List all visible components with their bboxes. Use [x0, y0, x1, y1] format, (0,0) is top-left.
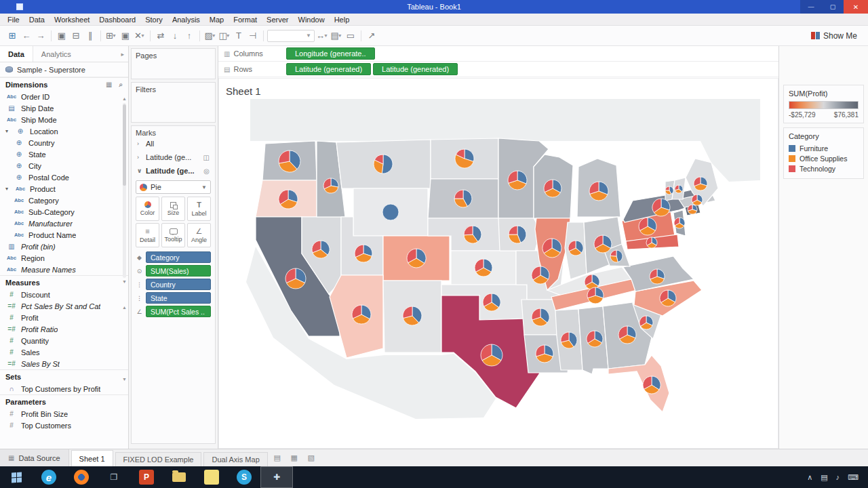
measure-pct-sales-by-st-and-cat[interactable]: =#Pct Sales By St and Cat — [0, 300, 128, 312]
chevron-icon[interactable]: › — [137, 140, 142, 147]
dimension-product[interactable]: ▾AbcProduct — [0, 183, 128, 195]
pie-NH[interactable] — [675, 185, 683, 193]
size-button[interactable]: Size — [161, 197, 185, 221]
swap-axes-icon[interactable]: ⇄ — [154, 29, 167, 43]
pill-state[interactable]: State — [146, 292, 211, 304]
maximize-button[interactable]: ▢ — [822, 0, 844, 14]
scroll-down-icon[interactable]: ▼ — [122, 279, 127, 284]
pie-MO[interactable] — [532, 266, 549, 284]
pie-TX[interactable] — [481, 344, 502, 366]
pie-MI[interactable] — [589, 182, 608, 201]
new-worksheet-icon[interactable]: ⊞▼ — [104, 29, 118, 43]
duplicate-sheet-icon[interactable]: ▣ — [119, 29, 132, 43]
pie-WI[interactable] — [544, 180, 561, 197]
color-button[interactable]: Color — [136, 197, 159, 221]
pill-sum-sales[interactable]: SUM(Sales) — [146, 265, 211, 277]
marks-layer-latitude-ge[interactable]: ›Latitude (ge...◫ — [136, 150, 211, 164]
expander-icon[interactable]: ▾ — [5, 186, 11, 192]
measure-sales[interactable]: #Sales — [0, 346, 128, 358]
find-field-icon[interactable]: ⌕ — [115, 81, 123, 89]
measure-profit[interactable]: #Profit — [0, 312, 128, 323]
menu-dashboard[interactable]: Dashboard — [94, 16, 140, 24]
show-mark-labels-icon[interactable]: T — [232, 29, 245, 43]
pie-NE[interactable] — [464, 226, 481, 243]
expander-icon[interactable]: ▾ — [5, 128, 11, 134]
menu-format[interactable]: Format — [229, 16, 262, 24]
measure-discount[interactable]: #Discount — [0, 289, 128, 300]
show-me-button[interactable]: Show Me — [806, 30, 863, 42]
dimension-measure-names[interactable]: AbcMeasure Names — [0, 264, 128, 275]
legend-item-office-supplies[interactable]: Office Supplies — [789, 154, 859, 163]
legend-item-furniture[interactable]: Furniture — [789, 144, 859, 153]
dimension-manufacturer[interactable]: AbcManufacturer — [0, 218, 128, 229]
pie-IA[interactable] — [509, 226, 526, 243]
pie-WA[interactable] — [279, 150, 300, 172]
angle-button[interactable]: ∠Angle — [187, 223, 211, 247]
scroll-up-icon[interactable]: ▲ — [122, 96, 127, 101]
undo-icon[interactable]: ← — [20, 29, 33, 43]
tableau-taskbar-icon[interactable]: ✚ — [260, 466, 293, 488]
columns-shelf[interactable]: ▥ Columns Longitude (generate.. — [218, 46, 778, 62]
add-datasource-icon[interactable]: ⊟ — [69, 29, 83, 43]
pie-KY[interactable] — [585, 274, 599, 289]
dimension-product-name[interactable]: AbcProduct Name — [0, 229, 128, 241]
dimension-postal-code[interactable]: ⊕Postal Code — [0, 171, 128, 183]
clear-sheet-icon[interactable]: ✕▼ — [133, 29, 146, 43]
pie-ND[interactable] — [455, 149, 474, 168]
pie-WY[interactable] — [382, 204, 399, 220]
sticky-notes-icon[interactable] — [195, 466, 228, 488]
measure-sales-by-st[interactable]: =#Sales By St — [0, 358, 128, 369]
dimension-state[interactable]: ⊕State — [0, 148, 128, 160]
pie-AR[interactable] — [532, 308, 549, 326]
save-icon[interactable]: ▣ — [55, 29, 68, 43]
pie-ME[interactable] — [694, 177, 707, 190]
new-story-button[interactable]: ▧ — [304, 451, 319, 465]
chevron-icon[interactable]: › — [137, 154, 142, 161]
tab-data[interactable]: Data — [0, 46, 33, 62]
menu-story[interactable]: Story — [140, 16, 167, 24]
pie-AZ[interactable] — [352, 305, 371, 324]
fit-width-icon[interactable]: ↔▼ — [315, 29, 329, 43]
dimension-sub-category[interactable]: AbcSub-Category — [0, 206, 128, 218]
pie-CO[interactable] — [407, 249, 426, 268]
pie-VT[interactable] — [665, 186, 673, 195]
sheet-canvas[interactable]: Sheet 1 — [218, 78, 778, 449]
start-button[interactable] — [0, 466, 33, 488]
detail-button[interactable]: ≡Detail — [136, 223, 159, 247]
close-button[interactable]: ✕ — [844, 0, 868, 14]
tray-volume-icon[interactable]: ♪ — [836, 473, 840, 481]
data-source-tab[interactable]: ▦ Data Source — [0, 449, 69, 466]
label-button[interactable]: TLabel — [187, 197, 211, 221]
pie-MN[interactable] — [508, 171, 527, 190]
pie-PA[interactable] — [639, 218, 656, 235]
new-worksheet-button[interactable]: ▤ — [270, 451, 285, 465]
pill-country[interactable]: Country — [146, 279, 211, 290]
dimension-order-id[interactable]: AbcOrder ID — [0, 91, 128, 102]
pie-VA[interactable] — [650, 269, 665, 284]
pie-MS[interactable] — [561, 332, 577, 348]
powerpoint-icon[interactable]: P — [130, 466, 163, 488]
scrollbar-thumb[interactable] — [123, 104, 126, 186]
category-legend[interactable]: Category FurnitureOffice SuppliesTechnol… — [783, 127, 864, 179]
measure-profit-ratio[interactable]: =#Profit Ratio — [0, 323, 128, 335]
menu-window[interactable]: Window — [294, 16, 330, 24]
profit-color-legend[interactable]: SUM(Profit) -$25,729 $76,381 — [783, 85, 864, 123]
file-explorer-icon[interactable] — [163, 466, 195, 488]
pie-CT[interactable] — [688, 205, 697, 214]
pie-NY[interactable] — [652, 199, 670, 216]
pie-SC[interactable] — [639, 316, 653, 329]
firefox-icon[interactable] — [65, 466, 98, 488]
menu-map[interactable]: Map — [205, 16, 229, 24]
pill-sum-pct-sales[interactable]: SUM(Pct Sales .. — [146, 306, 211, 317]
set-top-customers-by-profit[interactable]: ∩Top Customers by Profit — [0, 383, 128, 394]
dimension-location[interactable]: ▾⊕Location — [0, 125, 128, 137]
sheet-tab-dual-axis-map[interactable]: Dual Axis Map — [203, 452, 267, 466]
sort-ascending-icon[interactable]: ↓ — [168, 29, 182, 43]
fix-axes-icon[interactable]: ⊣ — [246, 29, 260, 43]
measure-quantity[interactable]: #Quantity — [0, 335, 128, 346]
tray-monitor-icon[interactable]: ▤ — [821, 473, 827, 482]
dimension-profit-bin[interactable]: ▥Profit (bin) — [0, 241, 128, 252]
pages-card[interactable]: Pages — [131, 48, 216, 79]
group-members-icon[interactable]: ◫▼ — [218, 29, 231, 43]
menu-server[interactable]: Server — [262, 16, 293, 24]
